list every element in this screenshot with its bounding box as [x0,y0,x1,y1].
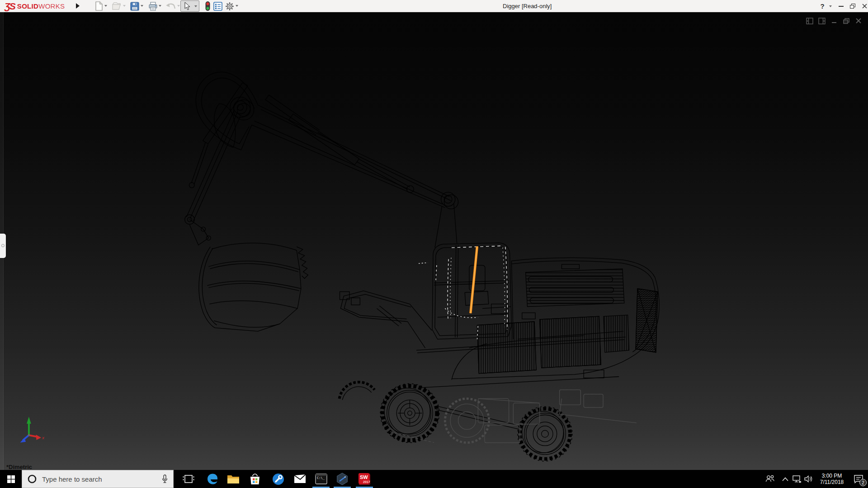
undo-arrow-icon [166,2,176,10]
command-prompt-icon: C:\_ [315,474,327,484]
print-icon [148,2,158,11]
folder-icon [227,474,240,484]
clock-time: 3:00 PM [815,473,849,479]
open-folder-icon [112,2,122,11]
panel-flyout-tab[interactable] [0,234,6,258]
minimize-button[interactable] [835,0,846,12]
task-view-icon [183,474,194,484]
flyout-expand-icon [1,244,5,247]
save-dropdown[interactable] [141,5,143,7]
cmd-prompt-text: C:\_ [317,476,325,480]
taskbar-search[interactable] [22,470,174,488]
speaker-icon [804,475,813,483]
digger-wireframe-model[interactable]: x [0,12,868,470]
wrench-circle-icon [272,473,284,485]
doc-restore-button[interactable] [842,17,850,25]
taskbar: C:\_ SW 2017 [0,470,868,488]
hexagon-app-icon [336,473,349,485]
open-button[interactable] [111,1,122,11]
new-document-icon [94,1,103,11]
taskbar-clock[interactable]: 3:00 PM 7/11/2018 [815,473,849,485]
select-cursor-icon [184,2,191,10]
settings-tool-button[interactable] [268,470,288,488]
property-list-icon [213,2,222,11]
undo-dropdown[interactable] [177,5,180,7]
select-tool-button[interactable] [180,0,199,12]
doc-minimize-icon [831,18,837,24]
task-view-button[interactable] [178,470,199,488]
wheel-rear-left [340,382,375,400]
network-icon [793,475,802,483]
file-explorer-button[interactable] [223,470,244,488]
mail-button[interactable] [289,470,310,488]
sw-year: 2017 [363,480,370,483]
panel-left-button[interactable] [806,17,814,25]
microphone-icon[interactable] [161,474,168,483]
solidworks-logo-mark: ƷS [5,1,15,12]
view-orientation-label: *Dimetric [6,464,32,470]
print-button[interactable] [147,1,158,11]
options-dropdown[interactable] [236,5,238,7]
people-icon [765,475,775,483]
triad-x-label: x [42,435,45,440]
store-icon [249,473,261,485]
chevron-up-icon [782,477,788,481]
doc-restore-icon [843,18,850,24]
traffic-light-icon [205,1,210,11]
new-document-dropdown[interactable] [104,5,107,7]
wireframe-edges [185,72,659,461]
network-button[interactable] [791,470,803,488]
save-button[interactable] [129,1,140,11]
new-document-button[interactable] [93,1,104,11]
solidworks-logo: ƷS SOLID WORKS [5,1,65,11]
solidworks-2017-icon: SW 2017 [358,472,371,486]
doc-close-button[interactable] [854,17,863,25]
help-button[interactable]: ? [817,0,827,12]
close-button[interactable] [859,0,868,12]
command-prompt-button[interactable]: C:\_ [311,470,331,488]
print-dropdown[interactable] [159,5,161,7]
gear-icon [225,2,234,11]
open-dropdown[interactable] [123,5,126,7]
cortana-icon [28,474,37,483]
system-tray: 3:00 PM 7/11/2018 2 [764,470,868,488]
notification-badge: 2 [859,479,867,486]
solidworks-2017-button[interactable]: SW 2017 [354,470,375,488]
menu-expand-arrow-icon[interactable] [76,3,80,9]
selected-edge[interactable] [471,246,477,313]
clock-date: 7/11/2018 [815,479,849,485]
edge-icon [206,473,219,485]
panel-right-button[interactable] [818,17,826,25]
action-center-button[interactable]: 2 [849,470,868,488]
close-icon [862,4,867,9]
restore-button[interactable] [847,0,858,12]
search-input[interactable] [42,475,146,483]
doc-close-icon [855,18,862,24]
volume-button[interactable] [803,470,815,488]
graphics-viewport[interactable]: x [0,12,868,470]
window-title: Digger [Read-only] [503,3,552,9]
sw-letters: SW [360,474,368,480]
document-window-controls [806,17,863,25]
options-button[interactable] [224,1,235,11]
rebuild-button[interactable] [202,1,213,11]
edge-button[interactable] [202,470,223,488]
start-button[interactable] [0,470,22,488]
panel-left-icon [806,18,813,24]
hexagon-app-button[interactable] [332,470,353,488]
windows-logo-icon [7,475,15,483]
panel-right-icon [818,18,826,24]
save-floppy-icon [130,2,139,11]
store-button[interactable] [245,470,265,488]
tray-overflow-button[interactable] [779,470,791,488]
people-button[interactable] [764,470,776,488]
display-pane-button[interactable] [212,1,223,11]
mail-envelope-icon [294,474,306,484]
doc-minimize-button[interactable] [830,17,838,25]
undo-button[interactable] [165,1,176,11]
help-dropdown[interactable] [829,5,832,7]
wheel-front-left [380,384,439,443]
select-dropdown[interactable] [194,5,197,7]
orientation-triad[interactable]: x [20,417,45,442]
titlebar: ƷS SOLID WORKS [0,0,868,12]
